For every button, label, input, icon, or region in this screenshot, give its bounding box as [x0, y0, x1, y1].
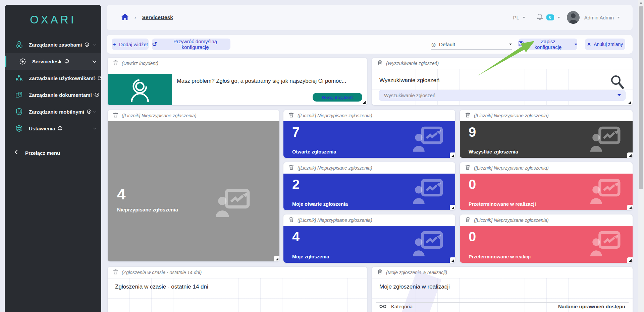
users-icon: [15, 74, 23, 82]
sidebar-item-servicedesk[interactable]: Servicedesk: [5, 53, 101, 70]
mobile-shield-icon: [15, 107, 23, 116]
ticket-row[interactable]: Kategoria Nadanie uprawnień dostępu: [379, 304, 625, 312]
trash-icon[interactable]: [113, 269, 118, 276]
widget-header: (Zgłoszenia w czasie - ostatnie 14 dni): [108, 267, 367, 278]
collapse-menu-button[interactable]: Przełącz menu: [5, 145, 101, 160]
widget-ticket-search: (Wyszukiwanie zgłoszeń) Wyszukiwanie zgł…: [372, 58, 633, 105]
documents-icon: [15, 90, 23, 99]
breadcrumb-separator: ›: [135, 15, 136, 20]
chevron-down-icon: [92, 60, 97, 63]
restore-default-config-button[interactable]: ↺ Przywróć domyślną konfigurację: [152, 39, 230, 50]
trash-icon[interactable]: [377, 60, 382, 67]
presentation-chart-icon: [412, 231, 443, 258]
search-title: Wyszukiwanie zgłoszeń: [379, 77, 439, 84]
config-select[interactable]: ◎ Default: [431, 40, 512, 50]
sidebar-item-label: Zarządzanie dokumentami: [29, 92, 92, 98]
user-name[interactable]: Admin Admin: [584, 15, 614, 20]
breadcrumb-current[interactable]: ServiceDesk: [142, 14, 173, 20]
sidebar-item-ustawienia[interactable]: Ustawienia: [5, 120, 101, 137]
sidebar-nav: Zarządzanie zasobami Servicedesk: [5, 36, 101, 160]
scrollbar-thumb[interactable]: [639, 6, 643, 189]
trash-icon[interactable]: [113, 112, 118, 119]
trash-icon[interactable]: [289, 165, 294, 171]
resize-handle[interactable]: [450, 152, 455, 158]
floppy-icon: [519, 41, 524, 47]
sidebar-item-label: Zarządzanie użytkownikami: [29, 75, 95, 81]
counter-body: 7 Otwarte zgłoszenia: [283, 121, 455, 158]
presentation-chart-icon: [412, 179, 443, 205]
topbar-right: PL 0 Admin Admin: [513, 11, 620, 24]
add-widget-label: Dodaj widżet: [119, 42, 148, 47]
chevron-down-icon: [93, 111, 97, 113]
counter-label: Otwarte zgłoszenia: [292, 149, 336, 154]
cancel-changes-button[interactable]: × Anuluj zmiany: [585, 39, 625, 50]
my-tickets-title: Moje zgłoszenia w realizacji: [379, 284, 450, 290]
resize-handle[interactable]: [628, 101, 631, 104]
resize-handle[interactable]: [627, 152, 633, 158]
widget-header-title: (Zgłoszenia w czasie - ostatnie 14 dni): [122, 270, 202, 275]
widget-counter-my-open: ([Licznik] Nieprzypisane zgłoszenia) 2 M…: [283, 162, 455, 210]
counter-value: 0: [469, 178, 476, 191]
chevron-down-icon: [93, 94, 97, 96]
trash-icon[interactable]: [289, 112, 294, 119]
sidebar-item-label: Zarządzanie zasobami: [29, 42, 82, 48]
counter-label: Moje zgłoszenia: [292, 254, 329, 259]
presentation-chart-icon: [590, 179, 621, 205]
topbar: › ServiceDesk PL 0 Admin Admin: [107, 5, 633, 30]
gauge-badge-icon: [58, 126, 62, 131]
counter-body: 4 Moje zgłoszenia: [283, 226, 455, 263]
resize-handle[interactable]: [627, 257, 633, 263]
trash-icon[interactable]: [465, 165, 470, 171]
counter-value: 4: [117, 186, 126, 202]
widget-create-incident: (Utwórz incydent) Masz problem? Zgłoś go…: [108, 58, 367, 105]
avatar[interactable]: [567, 11, 580, 24]
dashboard-toolbar: + Dodaj widżet ↺ Przywróć domyślną konfi…: [107, 35, 633, 54]
scrollbar[interactable]: [638, 0, 644, 312]
resize-handle[interactable]: [450, 257, 455, 263]
trash-icon[interactable]: [113, 60, 118, 67]
counter-body: 4 Nieprzypisane zgłoszenia: [108, 121, 279, 261]
search-icon[interactable]: [610, 74, 625, 91]
chevron-down-icon[interactable]: [557, 17, 560, 18]
trash-icon[interactable]: [289, 217, 294, 224]
widget-counter-overdue-reaction: ([Licznik] Nieprzypisane zgłoszenia) 0 P…: [460, 214, 633, 263]
search-input-wrap: [379, 90, 626, 101]
widget-counter-unassigned: ([Licznik] Nieprzypisane zgłoszenia) 4 N…: [108, 110, 279, 261]
chevron-down-icon[interactable]: [617, 17, 620, 18]
resize-handle[interactable]: [274, 256, 279, 261]
widget-header-title: ([Licznik] Nieprzypisane zgłoszenia): [298, 165, 372, 171]
trash-icon[interactable]: [377, 269, 382, 276]
home-icon[interactable]: [121, 14, 128, 21]
language-selector[interactable]: PL: [513, 15, 519, 20]
sidebar-item-zarzadzanie-zasobami[interactable]: Zarządzanie zasobami: [5, 36, 101, 53]
incident-illustration: [108, 74, 172, 105]
add-widget-button[interactable]: + Dodaj widżet: [112, 39, 149, 50]
counter-value: 9: [469, 125, 476, 139]
search-input[interactable]: [379, 90, 626, 101]
new-incident-button[interactable]: Nowy incydent: [313, 93, 362, 102]
resize-handle[interactable]: [363, 101, 366, 104]
chevron-down-icon[interactable]: [618, 94, 621, 96]
presentation-chart-icon: [412, 126, 443, 153]
sidebar-item-zarzadzanie-mobilnymi[interactable]: Zarządzanie mobilnymi: [5, 103, 101, 120]
chevron-down-icon: [93, 127, 97, 130]
widget-header-title: ([Licznik] Nieprzypisane zgłoszenia): [122, 113, 197, 118]
chevron-down-icon[interactable]: [523, 17, 525, 18]
notification-badge[interactable]: 0: [546, 14, 554, 20]
scrollbar-up-arrow[interactable]: [640, 2, 642, 4]
trash-icon[interactable]: [465, 217, 470, 224]
counter-value: 2: [292, 178, 300, 191]
target-icon: ◎: [431, 42, 436, 48]
resize-handle[interactable]: [450, 205, 455, 210]
oxari-logo: OXARI: [5, 13, 101, 26]
sidebar-item-zarzadzanie-uzytkownikami[interactable]: Zarządzanie użytkownikami: [5, 70, 101, 86]
bell-icon[interactable]: [537, 13, 543, 21]
resize-handle[interactable]: [627, 205, 633, 210]
sidebar-item-zarzadzanie-dokumentami[interactable]: Zarządzanie dokumentami: [5, 86, 101, 103]
chevron-down-icon: [575, 44, 577, 45]
chevron-down-icon: [93, 77, 97, 79]
incident-message: Masz problem? Zgłoś go, a postaramy się …: [177, 78, 357, 84]
trash-icon[interactable]: [465, 112, 470, 119]
save-config-button[interactable]: Zapisz konfigurację: [519, 39, 577, 50]
chevron-down-icon: [93, 44, 97, 46]
